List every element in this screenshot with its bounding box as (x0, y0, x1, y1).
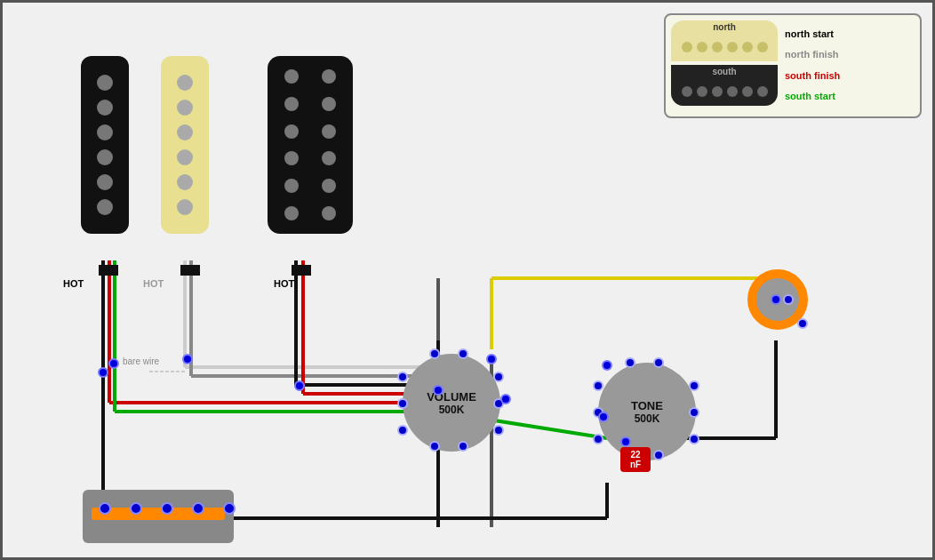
pole-4 (177, 149, 193, 165)
vol-lug-1 (429, 348, 440, 359)
pole-5 (177, 174, 193, 190)
switch-bar (92, 508, 225, 520)
switch-dot-1 (99, 502, 111, 515)
vol-lug-8 (493, 372, 504, 382)
selector-switch (83, 490, 234, 543)
jack-lug-2 (797, 318, 808, 329)
neck-pickup-body (268, 56, 353, 234)
tone-sub: 500K (635, 412, 660, 425)
legend-south-coil: south (671, 65, 778, 106)
legend-labels: north start north finish south finish so… (785, 20, 840, 111)
legend-box: north south (664, 13, 922, 118)
vol-lug-6 (429, 441, 440, 452)
neck-connector (292, 265, 311, 276)
main-diagram: HOT HOT (0, 0, 935, 560)
conn-dot-2 (108, 358, 119, 369)
pole-6 (97, 199, 113, 215)
pole-4 (97, 149, 113, 165)
tone-lug-2 (653, 357, 664, 368)
tone-lug-10 (689, 434, 699, 444)
pole-3 (177, 124, 193, 140)
volume-sub: 500K (439, 404, 465, 416)
legend-south-start: south start (785, 89, 840, 105)
tone-label: TONE (631, 399, 663, 412)
capacitor: 22 nF (620, 447, 651, 472)
legend-north-start: north start (785, 27, 840, 43)
pole-5 (97, 174, 113, 190)
legend-north-label: north (671, 22, 778, 32)
legend-pickup-diagram: north south (671, 20, 778, 109)
switch-dot-4 (192, 502, 204, 515)
tone-lug-1 (625, 357, 635, 368)
coil-2 (312, 63, 346, 227)
hot-label-neck: HOT (274, 278, 294, 289)
middle-connector (180, 265, 200, 276)
vol-lug-5 (397, 425, 408, 436)
pole-2 (97, 100, 113, 116)
bridge-pickup-body (81, 56, 129, 234)
tone-pot: TONE 500K (598, 363, 696, 460)
conn-dot-11 (771, 294, 781, 305)
tone-lug-8 (689, 380, 699, 391)
conn-dot-7 (500, 394, 511, 404)
switch-dot-2 (130, 502, 142, 515)
hot-label-middle: HOT (143, 278, 164, 289)
coil-1 (275, 63, 308, 227)
conn-dot-8 (602, 360, 612, 371)
hot-label-bridge: HOT (63, 278, 84, 289)
middle-pickup (161, 56, 209, 234)
conn-dot-4 (294, 380, 305, 391)
legend-south-label: south (671, 67, 778, 76)
tone-lug-7 (653, 450, 664, 460)
pole-3 (97, 124, 113, 140)
tone-lug-3 (593, 380, 603, 391)
vol-lug-2 (458, 348, 468, 359)
vol-lug-7 (458, 441, 468, 452)
conn-dot-6 (486, 354, 497, 364)
pole-2 (177, 100, 193, 116)
bridge-connector (99, 265, 118, 276)
vol-lug-4 (397, 398, 408, 409)
legend-south-finish: south finish (785, 68, 840, 84)
neck-pickup (268, 56, 353, 234)
volume-pot: VOLUME 500K (403, 354, 500, 452)
legend-north-coil: north (671, 20, 778, 61)
conn-dot-1 (98, 367, 108, 378)
switch-dot-3 (161, 502, 173, 515)
pole-1 (97, 75, 113, 91)
legend-north-finish: north finish (785, 47, 840, 63)
tone-lug-5 (593, 434, 603, 444)
cap-value: 22 (630, 450, 640, 460)
middle-pickup-body (161, 56, 209, 234)
cap-unit: nF (630, 460, 641, 469)
conn-dot-3 (182, 354, 193, 364)
tone-lug-9 (689, 407, 699, 418)
bridge-pickup (81, 56, 129, 234)
pole-6 (177, 199, 193, 215)
conn-dot-9 (598, 412, 609, 422)
vol-lug-10 (493, 425, 504, 436)
pole-1 (177, 75, 193, 91)
switch-dot-5 (223, 502, 236, 515)
jack-lug-1 (783, 294, 794, 305)
conn-dot-5 (433, 385, 444, 396)
vol-lug-3 (397, 372, 408, 382)
conn-dot-10 (620, 436, 631, 447)
bare-wire-label: bare wire (123, 356, 159, 366)
